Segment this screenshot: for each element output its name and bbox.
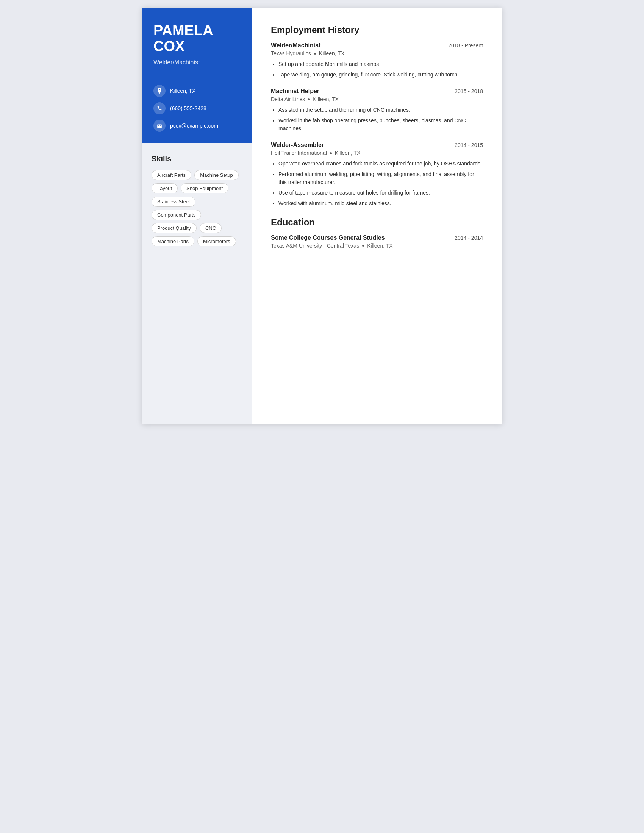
job-title: Machinist Helper (271, 88, 319, 95)
edu-header: Some College Courses General Studies2014… (271, 234, 483, 241)
job-title: Welder-Assembler (271, 142, 324, 148)
contact-email: pcox@example.com (153, 120, 241, 132)
skill-tag: Stainless Steel (151, 196, 195, 207)
candidate-name: PAMELA COX (153, 23, 241, 55)
job-bullet-item: Use of tape measure to measure out holes… (279, 189, 483, 197)
job-entry: Machinist Helper2015 - 2018Delta Air Lin… (271, 88, 483, 132)
job-dates: 2015 - 2018 (455, 88, 483, 94)
employment-section-title: Employment History (271, 25, 483, 35)
job-company: Texas HydraulicsKilleen, TX (271, 50, 483, 56)
sidebar: PAMELA COX Welder/Machinist Killeen, TX (142, 8, 252, 424)
skill-tag: Shop Equipment (181, 183, 229, 193)
edu-dates: 2014 - 2014 (455, 235, 483, 241)
resume-container: PAMELA COX Welder/Machinist Killeen, TX (142, 8, 502, 424)
dot-separator (314, 53, 316, 55)
job-location: Killeen, TX (335, 150, 360, 156)
job-bullet-item: Performed aluminum welding, pipe fitting… (279, 170, 483, 186)
phone-icon (153, 102, 166, 114)
skill-tag: Component Parts (151, 210, 201, 220)
job-bullets: Set up and operate Mori mills and makino… (271, 60, 483, 79)
job-bullet-item: Set up and operate Mori mills and makino… (279, 60, 483, 68)
skill-tag: Layout (151, 183, 178, 193)
contact-location: Killeen, TX (153, 85, 241, 97)
skills-section: Skills Aircraft PartsMachine SetupLayout… (142, 143, 252, 424)
sidebar-header: PAMELA COX Welder/Machinist (142, 8, 252, 77)
edu-entry: Some College Courses General Studies2014… (271, 234, 483, 249)
jobs-container: Welder/Machinist2018 - PresentTexas Hydr… (271, 42, 483, 207)
job-bullet-item: Operated overhead cranes and fork trucks… (279, 160, 483, 168)
company-name: Heil Trailer International (271, 150, 327, 156)
job-location: Killeen, TX (313, 96, 338, 102)
job-company: Heil Trailer InternationalKilleen, TX (271, 150, 483, 156)
job-header: Machinist Helper2015 - 2018 (271, 88, 483, 95)
email-icon (153, 120, 166, 132)
company-name: Texas Hydraulics (271, 50, 311, 56)
job-title: Welder/Machinist (271, 42, 320, 49)
dot-separator (330, 152, 332, 154)
main-content: Employment History Welder/Machinist2018 … (252, 8, 502, 424)
job-location: Killeen, TX (319, 50, 345, 56)
job-bullets: Operated overhead cranes and fork trucks… (271, 160, 483, 207)
job-entry: Welder/Machinist2018 - PresentTexas Hydr… (271, 42, 483, 79)
candidate-title: Welder/Machinist (153, 59, 241, 66)
school-location: Killeen, TX (367, 243, 393, 249)
job-bullet-item: Worked with aluminum, mild steel and sta… (279, 199, 483, 207)
dot-separator (362, 245, 364, 247)
education-section-title: Education (271, 217, 483, 228)
skill-tag: CNC (200, 223, 222, 233)
job-header: Welder/Machinist2018 - Present (271, 42, 483, 49)
education-section: Education Some College Courses General S… (271, 217, 483, 249)
school-name: Texas A&M University - Central Texas (271, 243, 359, 249)
job-entry: Welder-Assembler2014 - 2015Heil Trailer … (271, 142, 483, 207)
job-bullet-item: Tape welding, arc gouge, grinding, flux … (279, 71, 483, 79)
skill-tag: Micrometers (197, 236, 236, 246)
education-entries-container: Some College Courses General Studies2014… (271, 234, 483, 249)
skill-tag: Machine Setup (194, 170, 239, 180)
skills-heading: Skills (151, 154, 242, 163)
job-company: Delta Air LinesKilleen, TX (271, 96, 483, 102)
company-name: Delta Air Lines (271, 96, 305, 102)
location-icon (153, 85, 166, 97)
contact-phone: (660) 555-2428 (153, 102, 241, 114)
job-dates: 2014 - 2015 (455, 142, 483, 148)
skill-tag: Machine Parts (151, 236, 194, 246)
job-header: Welder-Assembler2014 - 2015 (271, 142, 483, 148)
job-bullets: Assisted in the setup and the running of… (271, 106, 483, 132)
dot-separator (308, 98, 310, 100)
contact-section: Killeen, TX (660) 555-2428 pcox@example.… (142, 77, 252, 143)
skill-tag: Aircraft Parts (151, 170, 191, 180)
job-bullet-item: Assisted in the setup and the running of… (279, 106, 483, 114)
employment-section: Employment History Welder/Machinist2018 … (271, 25, 483, 207)
edu-degree: Some College Courses General Studies (271, 234, 385, 241)
skills-tags-container: Aircraft PartsMachine SetupLayoutShop Eq… (151, 170, 242, 246)
job-dates: 2018 - Present (448, 42, 483, 48)
skill-tag: Product Quality (151, 223, 196, 233)
job-bullet-item: Worked in the fab shop operating presses… (279, 117, 483, 132)
edu-school: Texas A&M University - Central TexasKill… (271, 243, 483, 249)
